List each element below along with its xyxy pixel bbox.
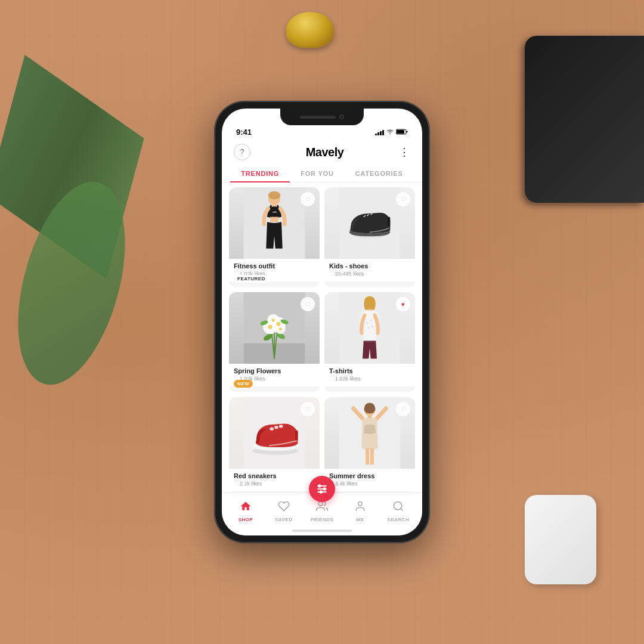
phone-screen: 9:41	[222, 109, 422, 535]
product-info-red-shoes: Red sneakers ♡ 2.1k likes	[229, 469, 320, 491]
svg-point-29	[276, 322, 280, 326]
favorite-button-shoes[interactable]: ♡	[396, 192, 410, 206]
svg-point-58	[320, 491, 322, 493]
likes-heart-icon-2: ♡	[329, 271, 334, 277]
notch-camera	[339, 114, 344, 119]
svg-point-45	[274, 426, 278, 429]
notch-speaker	[300, 116, 336, 119]
nav-search[interactable]: SEARCH	[379, 500, 417, 522]
favorite-button-model[interactable]: ♡	[396, 402, 410, 416]
tab-for-you[interactable]: FOR YOU	[290, 165, 345, 182]
new-badge: NEW	[234, 380, 253, 388]
nav-friends[interactable]: FRIENDS	[303, 500, 341, 522]
shop-icon	[240, 500, 252, 515]
product-name-flowers: Spring Flowers	[234, 367, 315, 374]
status-icons	[375, 129, 408, 136]
svg-line-8	[277, 205, 278, 208]
svg-rect-52	[370, 448, 374, 465]
svg-point-28	[268, 325, 273, 329]
phone-body: 9:41	[215, 101, 429, 543]
product-info-model: Summer dress ♡ 3.4k likes	[324, 469, 415, 491]
svg-point-38	[370, 320, 372, 321]
signal-bar-2	[377, 132, 379, 135]
wifi-icon	[386, 129, 394, 136]
product-info-tshirt: T-shirts ♡ 1.02k likes	[324, 364, 415, 386]
friends-icon	[315, 500, 329, 515]
friends-label: FRIENDS	[311, 517, 334, 522]
phone-notch	[280, 109, 364, 125]
product-card-model[interactable]: ♡ Summer dress ♡ 3.4k likes	[324, 397, 415, 497]
camera-decoration	[525, 36, 644, 203]
nav-me[interactable]: ME	[341, 500, 379, 522]
signal-bar-4	[382, 130, 384, 135]
help-button[interactable]: ?	[234, 144, 250, 160]
search-label: SEARCH	[388, 517, 410, 522]
nav-saved[interactable]: SAVED	[265, 500, 303, 522]
product-card-tshirts[interactable]: ♥ T-shirts ♡ 1.02k likes	[324, 292, 415, 392]
svg-rect-15	[388, 217, 390, 226]
signal-bar-3	[380, 131, 382, 135]
product-grid: FEATURED ♡ Fitness outfit ♡ 1.02k likes	[222, 182, 422, 502]
svg-point-39	[368, 327, 370, 329]
product-name-shoes: Kids - shoes	[329, 262, 410, 270]
featured-badge: FEATURED	[234, 275, 269, 283]
product-name-fitness: Fitness outfit	[234, 262, 315, 270]
favorite-button-tshirt[interactable]: ♥	[396, 297, 410, 311]
product-likes-tshirt: ♡ 1.02k likes	[329, 376, 410, 382]
svg-rect-1	[397, 130, 404, 134]
likes-heart-icon-5: ♡	[234, 481, 239, 487]
saved-label: SAVED	[275, 517, 292, 522]
product-name-tshirt: T-shirts	[329, 367, 410, 374]
product-info-shoes: Kids - shoes ♡ 20,435 likes	[324, 259, 415, 281]
filter-fab-button[interactable]	[309, 476, 335, 502]
navigation-tabs: TRENDING FOR YOU CATEGORIES	[222, 165, 422, 182]
svg-rect-9	[270, 217, 278, 222]
menu-button[interactable]: ⋮	[399, 145, 410, 159]
favorite-button-fitness[interactable]: ♡	[301, 192, 315, 206]
svg-point-31	[279, 327, 282, 330]
product-card-kids-shoes[interactable]: ♡ Kids - shoes ♡ 20,435 likes	[324, 187, 415, 287]
product-likes-model: ♡ 3.4k likes	[329, 481, 410, 487]
svg-point-60	[358, 502, 363, 506]
product-card-red-shoes[interactable]: ♡ Red sneakers ♡ 2.1k likes	[229, 397, 320, 497]
help-icon: ?	[240, 148, 244, 156]
likes-heart-icon-4: ♡	[329, 376, 334, 382]
home-indicator	[292, 530, 352, 532]
phone-mockup: 9:41	[215, 101, 429, 543]
battery-icon	[396, 129, 408, 136]
svg-point-44	[270, 428, 274, 431]
signal-bar-1	[375, 134, 377, 135]
search-icon	[392, 500, 404, 515]
app-title: Mavely	[306, 145, 344, 159]
favorite-button-red-shoes[interactable]: ♡	[301, 402, 315, 416]
svg-point-5	[268, 191, 281, 200]
product-name-model: Summer dress	[329, 472, 410, 479]
gold-dome-decoration	[286, 12, 334, 48]
svg-point-37	[366, 322, 368, 324]
tab-categories[interactable]: CATEGORIES	[345, 165, 414, 182]
svg-line-62	[401, 509, 403, 511]
status-time: 9:41	[236, 128, 252, 137]
signal-bars	[375, 129, 384, 135]
svg-line-7	[270, 205, 271, 208]
svg-rect-2	[407, 131, 408, 132]
favorite-button-flowers[interactable]: ♡	[301, 297, 315, 311]
svg-point-57	[324, 488, 326, 490]
nav-shop[interactable]: SHOP	[227, 500, 265, 522]
svg-rect-51	[366, 448, 369, 465]
tab-trending[interactable]: TRENDING	[230, 165, 290, 182]
svg-point-56	[318, 485, 320, 487]
svg-point-46	[279, 425, 283, 428]
me-label: ME	[357, 517, 364, 522]
svg-point-40	[371, 326, 373, 327]
product-likes-red-shoes: ♡ 2.1k likes	[234, 481, 315, 487]
svg-rect-47	[295, 431, 298, 441]
me-icon	[354, 500, 366, 515]
shop-label: SHOP	[239, 517, 253, 522]
product-card-fitness[interactable]: FEATURED ♡ Fitness outfit ♡ 1.02k likes	[229, 187, 320, 287]
product-card-flowers[interactable]: NEW ♡ Spring Flowers ♡ 1.02k likes	[229, 292, 320, 392]
svg-point-61	[394, 502, 402, 510]
svg-point-59	[318, 502, 323, 506]
airpods-decoration	[525, 495, 596, 584]
product-likes-shoes: ♡ 20,435 likes	[329, 271, 410, 277]
